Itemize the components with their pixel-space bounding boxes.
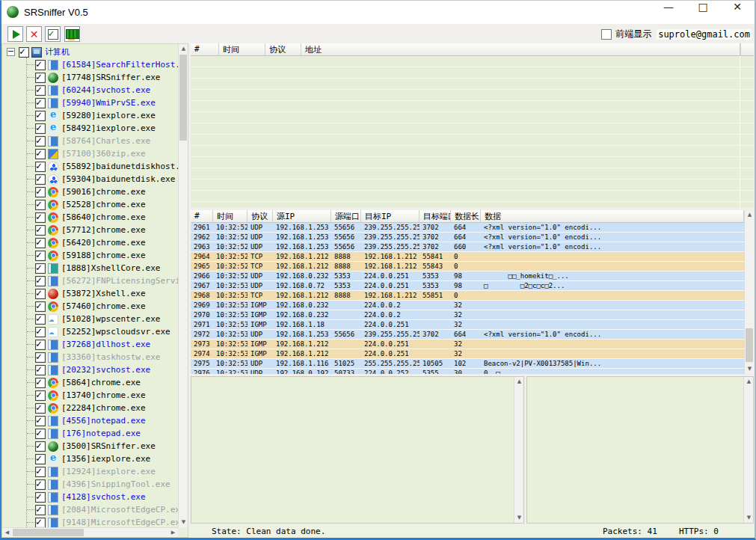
packet-row[interactable]: 297310:32:53IGMP192.168.1.212224.0.0.251… (191, 340, 744, 349)
tree-item-row[interactable]: [13740]chrome.exe (2, 389, 178, 402)
tree-checkbox[interactable] (35, 85, 46, 96)
detail-panel-right[interactable]: ▲ ▼ (526, 376, 754, 524)
network-adapter-button[interactable] (64, 26, 80, 42)
collapse-icon[interactable] (7, 48, 15, 56)
minimize-button[interactable]: — (651, 1, 686, 23)
tree-checkbox[interactable] (35, 251, 46, 261)
tree-item-row[interactable]: [59940]WmiPrvSE.exe (2, 96, 178, 109)
tree-item-row[interactable]: [59188]chrome.exe (2, 249, 178, 262)
packet-row[interactable]: 296110:32:52UDP192.168.1.25355656239.255… (191, 223, 744, 233)
tree-checkbox[interactable] (35, 60, 46, 70)
tree-item-row[interactable]: [52528]chrome.exe (2, 198, 178, 211)
column-header-1[interactable]: # (191, 210, 213, 223)
stop-capture-button[interactable]: ✕ (26, 26, 42, 42)
tree-item-row[interactable]: [55892]baidunetdiskhost.ex (2, 160, 178, 173)
tree-checkbox[interactable] (35, 518, 46, 528)
tree-item-row[interactable]: [1356]iexplore.exe (2, 452, 178, 465)
tree-item-row[interactable]: [33360]taskhostw.exe (2, 351, 178, 363)
address-table-body[interactable] (191, 56, 740, 208)
tree-item-row[interactable]: [9148]MicrosoftEdgeCP.exe (2, 516, 178, 527)
tree-item-row[interactable]: [52252]wpscloudsvr.exe (2, 325, 178, 338)
tree-checkbox[interactable] (35, 327, 46, 337)
tree-checkbox[interactable] (35, 378, 46, 388)
tree-item-row[interactable]: [59016]chrome.exe (2, 185, 178, 198)
packet-row[interactable]: 297410:32:53IGMP192.168.1.212224.0.0.251… (191, 349, 744, 359)
tree-checkbox[interactable] (35, 429, 46, 439)
tree-item-row[interactable]: [53872]Xshell.exe (2, 287, 178, 300)
tree-item-row[interactable]: [61584]SearchFilterHost.ex (2, 58, 178, 71)
tree-checkbox[interactable] (35, 123, 46, 134)
scroll-down-icon[interactable]: ▼ (514, 513, 524, 523)
column-header-3[interactable]: 协议 (248, 210, 273, 223)
packet-row[interactable]: 296310:32:52UDP192.168.1.25355656239.255… (191, 242, 744, 252)
tree-checkbox[interactable] (35, 403, 46, 414)
tree-item-row[interactable]: [3500]SRSniffer.exe (2, 440, 178, 452)
tree-item-row[interactable]: [4556]notepad.exe (2, 414, 178, 427)
tree-item-row[interactable]: [57100]360zip.exe (2, 147, 178, 160)
check-all-button[interactable] (45, 26, 61, 42)
tree-vscroll-thumb[interactable] (179, 55, 187, 141)
tree-item-row[interactable]: [22284]chrome.exe (2, 402, 178, 414)
tree-item-row[interactable]: [59280]iexplore.exe (2, 109, 178, 122)
tree-checkbox[interactable] (35, 136, 46, 147)
packet-row[interactable]: 297110:32:53IGMP192.168.1.18224.0.0.2513… (191, 320, 744, 330)
scroll-up-icon[interactable]: ▲ (744, 377, 754, 387)
tree-item-row[interactable]: [56420]chrome.exe (2, 236, 178, 249)
tree-horizontal-scrollbar[interactable]: ◀ ▶ (2, 527, 178, 537)
tree-item-row[interactable]: [58492]iexplore.exe (2, 122, 178, 135)
packet-row[interactable]: 297610:32:53UDP192.168.0.19250733224.0.0… (191, 369, 744, 374)
tree-item-row[interactable]: [12924]iexplore.exe (2, 465, 178, 478)
tree-checkbox[interactable] (35, 73, 46, 83)
tree-checkbox[interactable] (35, 187, 46, 197)
tree-checkbox[interactable] (35, 263, 46, 274)
scroll-down-icon[interactable]: ▼ (179, 518, 188, 527)
start-capture-button[interactable] (7, 26, 23, 42)
tree-checkbox[interactable] (35, 390, 46, 401)
tree-checkbox[interactable] (35, 441, 46, 452)
tree-item-row[interactable]: [51028]wpscenter.exe (2, 313, 178, 325)
tree-item-row[interactable]: [2084]MicrosoftEdgeCP.exe (2, 503, 178, 516)
tree-checkbox[interactable] (19, 47, 29, 58)
tree-item-row[interactable]: [4128]svchost.exe (2, 491, 178, 503)
tree-checkbox[interactable] (35, 492, 46, 503)
detail-left-scrollbar[interactable]: ▲ ▼ (514, 377, 523, 523)
tree-checkbox[interactable] (35, 301, 46, 312)
tree-item-row[interactable]: [60244]svchost.exe (2, 84, 178, 96)
tree-item-row[interactable]: [17748]SRSniffer.exe (2, 71, 178, 84)
tree-vertical-scrollbar[interactable]: ▲ ▼ (178, 44, 188, 527)
tree-item-row[interactable]: [58764]Charles.exe (2, 135, 178, 147)
column-header-2[interactable]: 时间 (213, 210, 248, 223)
packet-row[interactable]: 296710:32:53UDP192.168.0.725353224.0.0.2… (191, 281, 744, 291)
tree-checkbox[interactable] (35, 416, 46, 426)
tree-checkbox[interactable] (35, 365, 46, 375)
tree-checkbox[interactable] (35, 479, 46, 490)
tree-checkbox[interactable] (35, 225, 46, 236)
tree-checkbox[interactable] (35, 340, 46, 350)
scroll-down-icon[interactable]: ▼ (744, 513, 754, 523)
tree-checkbox[interactable] (35, 98, 46, 108)
tree-checkbox[interactable] (35, 352, 46, 363)
column-header-4[interactable]: 源IP (273, 210, 331, 223)
column-header-4[interactable]: 地址 (301, 43, 740, 56)
tree-item-row[interactable]: [57712]chrome.exe (2, 224, 178, 236)
detail-panel-left[interactable]: ▲ ▼ (191, 376, 524, 524)
tree-item-row[interactable]: [4396]SnippingTool.exe (2, 478, 178, 491)
maximize-button[interactable]: □ (686, 1, 720, 23)
packet-row[interactable]: 296510:32:52TCP192.168.1.2128888192.168.… (191, 262, 744, 271)
tree-checkbox[interactable] (35, 238, 46, 248)
packet-row[interactable]: 296910:32:53IGMP192.168.0.232224.0.0.232 (191, 301, 744, 310)
tree-checkbox[interactable] (35, 212, 46, 223)
tree-checkbox[interactable] (35, 174, 46, 185)
tree-checkbox[interactable] (35, 200, 46, 210)
detail-right-scrollbar[interactable]: ▲ ▼ (743, 377, 753, 523)
tree-checkbox[interactable] (35, 314, 46, 325)
packet-row[interactable]: 297210:32:53UDP192.168.1.25355656239.255… (191, 330, 744, 340)
tree-checkbox[interactable] (35, 111, 46, 121)
scroll-right-icon[interactable]: ▶ (168, 528, 178, 538)
scroll-up-icon[interactable]: ▲ (179, 44, 188, 54)
tree-checkbox[interactable] (35, 467, 46, 477)
tree-checkbox[interactable] (35, 505, 46, 515)
tree-item-row[interactable]: [57460]chrome.exe (2, 300, 178, 313)
scroll-up-icon[interactable]: ▲ (514, 377, 524, 387)
tree-item-row[interactable]: [58640]chrome.exe (2, 211, 178, 224)
